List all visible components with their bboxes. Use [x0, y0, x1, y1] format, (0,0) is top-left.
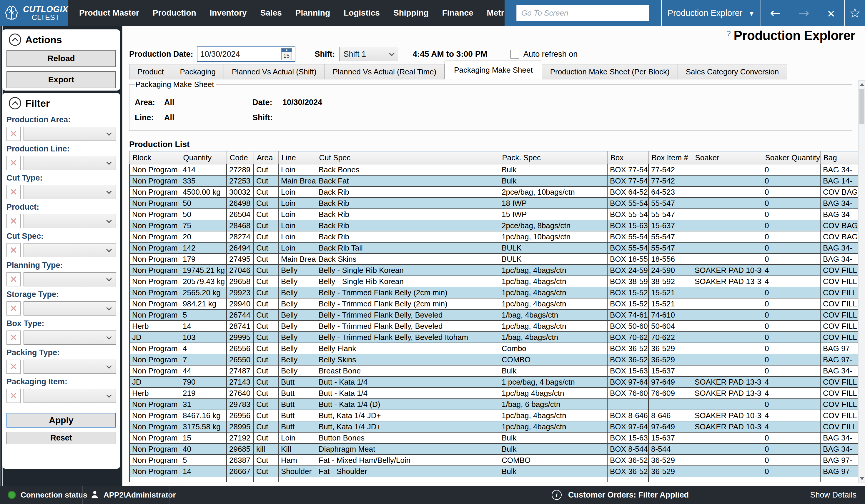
table-row[interactable]: Non Program41427289CutLoinBack BonesBulk…: [129, 164, 858, 175]
go-to-screen-input[interactable]: [516, 5, 649, 21]
filter-dropdown[interactable]: [24, 330, 116, 344]
clear-filter-button[interactable]: [7, 272, 21, 286]
scrollbar-thumb[interactable]: [860, 89, 864, 124]
clear-filter-button[interactable]: [7, 301, 21, 316]
clear-filter-button[interactable]: [7, 330, 21, 344]
column-header[interactable]: Quantity: [180, 151, 227, 164]
tab-planned-vs-actual-shift-[interactable]: Planned Vs Actual (Shift): [224, 64, 325, 79]
table-row[interactable]: Herb21927640CutButtButt - Kata 1/41pc/ba…: [129, 388, 858, 399]
scroll-up-arrow-icon[interactable]: [860, 83, 864, 86]
calendar-icon[interactable]: 15: [281, 48, 292, 60]
column-header[interactable]: Bag: [820, 151, 858, 164]
table-row[interactable]: Non Program5026498CutLoinBack Rib18 IWPB…: [129, 198, 858, 209]
collapse-chevron-icon[interactable]: [9, 34, 21, 46]
table-row[interactable]: Non Program526387CutHamFat - Mixed Ham/B…: [129, 455, 858, 466]
clear-filter-button[interactable]: [7, 185, 21, 199]
forward-arrow-button[interactable]: [798, 7, 809, 20]
tab-product[interactable]: Product: [129, 64, 172, 79]
table-row[interactable]: Non Program3129783CutButtButt - Kata 1/4…: [129, 399, 858, 410]
column-header[interactable]: Area: [254, 151, 278, 164]
table-row[interactable]: JD10329995CutBellyBelly - Trimmed Flank …: [129, 332, 858, 343]
tab-packaging-make-sheet[interactable]: Packaging Make Sheet: [445, 61, 542, 79]
app-logo[interactable]: CUTLOGIX CLTEST: [0, 0, 68, 26]
production-date-input[interactable]: 10/30/2024 15: [197, 46, 296, 62]
column-header[interactable]: Box: [607, 151, 648, 164]
auto-refresh-checkbox[interactable]: [510, 50, 519, 59]
table-row[interactable]: Non Program726550CutBellyBelly SkinsCOMB…: [129, 354, 858, 365]
collapse-chevron-icon[interactable]: [9, 97, 21, 109]
reset-button[interactable]: Reset: [7, 432, 116, 444]
table-row[interactable]: Non Program17927495CutMain BreakBack Ski…: [129, 254, 858, 265]
menu-item[interactable]: Inventory: [203, 0, 254, 26]
filter-dropdown[interactable]: [24, 301, 116, 316]
column-header[interactable]: Block: [129, 151, 180, 164]
table-row[interactable]: Non Program20579.43 kg29658CutBellyBelly…: [129, 276, 858, 287]
table-row[interactable]: Non Program2028274CutLoinBack Rib1pc/bag…: [129, 231, 858, 242]
apply-button[interactable]: Apply: [7, 413, 116, 427]
vertical-scrollbar[interactable]: [858, 80, 865, 483]
action-button[interactable]: Reload: [7, 50, 116, 67]
menu-item[interactable]: Production: [146, 0, 203, 26]
table-row[interactable]: Non Program526744CutBellyBelly - Trimmed…: [129, 309, 858, 320]
column-header[interactable]: Box Item #: [648, 151, 692, 164]
close-screen-button[interactable]: [827, 7, 835, 20]
column-header[interactable]: Pack. Spec: [499, 151, 607, 164]
filter-dropdown[interactable]: [24, 272, 116, 286]
filter-dropdown[interactable]: [24, 127, 116, 141]
filter-dropdown[interactable]: [24, 389, 116, 403]
table-row[interactable]: Non Program1426667CutShoulderFat - Shoul…: [129, 466, 858, 477]
shift-dropdown[interactable]: Shift 1: [339, 47, 398, 61]
menu-item[interactable]: Product Master: [72, 0, 146, 26]
column-header[interactable]: Cut Spec: [316, 151, 499, 164]
table-row[interactable]: Non Program14226494CutLoinBack Rib TailB…: [129, 242, 858, 254]
table-row[interactable]: Non Program19745.21 kg27046CutBellyBelly…: [129, 265, 858, 276]
area-label: Area:: [135, 95, 164, 110]
table-row[interactable]: Non Program4500.00 kg30032CutLoinBack Ri…: [129, 186, 858, 198]
table-row[interactable]: Non Program3175.58 kg28995CutButtButt, K…: [129, 421, 858, 432]
table-row[interactable]: Non Program4029685killKillDiaphragm Meat…: [129, 443, 858, 455]
clear-filter-button[interactable]: [7, 156, 21, 170]
favorite-star-button[interactable]: [849, 6, 861, 20]
scroll-down-arrow-icon[interactable]: [860, 477, 864, 480]
tab-sales-category-conversion[interactable]: Sales Category Conversion: [678, 64, 787, 79]
filter-dropdown[interactable]: [24, 243, 116, 257]
tab-planned-vs-actual-real-time-[interactable]: Planned Vs Actual (Real Time): [325, 64, 445, 79]
clear-filter-button[interactable]: [7, 360, 21, 374]
table-row[interactable]: JD79027143CutButtButt - Kata 1/41 pce/ba…: [129, 376, 858, 388]
table-row[interactable]: [129, 477, 858, 482]
table-row[interactable]: Non Program1527192CutLoinButton BonesBul…: [129, 432, 858, 443]
table-row[interactable]: Non Program4427487CutBellyBreast BoneBul…: [129, 365, 858, 376]
menu-item[interactable]: Finance: [436, 0, 480, 26]
menu-item[interactable]: Planning: [289, 0, 337, 26]
filter-dropdown[interactable]: [24, 360, 116, 374]
filter-dropdown[interactable]: [24, 185, 116, 199]
screen-selector-dropdown[interactable]: Production Explorer: [667, 0, 755, 26]
table-row[interactable]: Non Program5026504CutLoinBack Rib15 IWPB…: [129, 209, 858, 220]
table-row[interactable]: Non Program33527253CutMain BreakBack Fat…: [129, 175, 858, 186]
clear-filter-button[interactable]: [7, 389, 21, 403]
help-icon[interactable]: ?: [727, 30, 730, 38]
tab-packaging[interactable]: Packaging: [172, 64, 224, 79]
table-row[interactable]: Non Program8467.16 kg26956CutButtButt, K…: [129, 410, 858, 421]
menu-item[interactable]: Sales: [254, 0, 289, 26]
menu-item[interactable]: Shipping: [387, 0, 436, 26]
clear-filter-button[interactable]: [7, 127, 21, 141]
table-row[interactable]: Non Program2565.20 kg29923CutBellyBelly …: [129, 287, 858, 298]
back-arrow-button[interactable]: [770, 7, 781, 20]
column-header[interactable]: Soaker Quantity: [762, 151, 820, 164]
filter-dropdown[interactable]: [24, 156, 116, 170]
column-header[interactable]: Soaker: [692, 151, 762, 164]
table-row[interactable]: Herb1428741CutBellyBelly - Trimmed Flank…: [129, 320, 858, 332]
column-header[interactable]: Line: [278, 151, 316, 164]
table-row[interactable]: Non Program7528468CutLoinBack Rib2pce/ba…: [129, 220, 858, 231]
action-button[interactable]: Export: [7, 71, 116, 88]
table-row[interactable]: Non Program426556CutBellyBelly FlankComb…: [129, 343, 858, 354]
clear-filter-button[interactable]: [7, 214, 21, 228]
column-header[interactable]: Code: [227, 151, 254, 164]
clear-filter-button[interactable]: [7, 243, 21, 257]
show-details-button[interactable]: Show Details: [810, 486, 856, 504]
filter-dropdown[interactable]: [24, 214, 116, 228]
tab-production-make-sheet-per-block-[interactable]: Production Make Sheet (Per Block): [542, 64, 678, 79]
menu-item[interactable]: Logistics: [337, 0, 387, 26]
table-row[interactable]: Non Program984.21 kg29940CutBellyBelly -…: [129, 298, 858, 309]
